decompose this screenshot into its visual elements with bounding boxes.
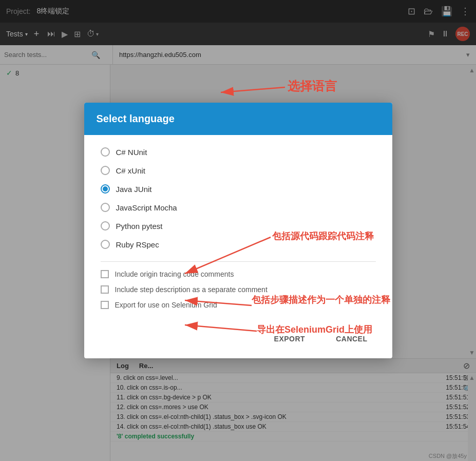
checkbox-box-step <box>101 285 109 294</box>
radio-csharp-nunit <box>101 147 110 157</box>
language-option-java-junit[interactable]: Java JUnit <box>101 184 376 194</box>
checkbox-group: Include origin tracing code comments Inc… <box>101 270 376 309</box>
checkbox-label-selenium: Export for use on Selenium Grid <box>115 301 217 309</box>
modal-body: C# NUnit C# xUnit Java JUnit Jav <box>84 135 392 309</box>
radio-csharp-xunit <box>101 166 110 175</box>
language-option-javascript-mocha[interactable]: JavaScript Mocha <box>101 203 376 212</box>
select-language-modal: Select language C# NUnit C# xUnit <box>84 103 392 358</box>
language-option-csharp-nunit[interactable]: C# NUnit <box>101 147 376 157</box>
modal-overlay: Select language C# NUnit C# xUnit <box>0 0 476 461</box>
radio-javascript-mocha <box>101 203 110 212</box>
language-label-csharp-xunit: C# xUnit <box>116 166 146 175</box>
export-button[interactable]: EXPORT <box>262 330 318 348</box>
checkbox-box-selenium <box>101 301 109 309</box>
modal-header: Select language <box>84 103 392 135</box>
language-option-csharp-xunit[interactable]: C# xUnit <box>101 166 376 175</box>
radio-python-pytest <box>101 221 110 230</box>
checkbox-label-step: Include step description as a separate c… <box>115 285 268 294</box>
radio-ruby-rspec <box>101 240 110 249</box>
language-option-ruby-rspec[interactable]: Ruby RSpec <box>101 240 376 249</box>
language-label-ruby-rspec: Ruby RSpec <box>116 240 159 249</box>
radio-java-junit <box>101 184 110 194</box>
checkbox-step-description[interactable]: Include step description as a separate c… <box>101 285 376 294</box>
language-label-java-junit: Java JUnit <box>116 185 152 194</box>
modal-divider <box>101 261 376 262</box>
cancel-button[interactable]: CANCEL <box>323 330 379 348</box>
radio-inner-java-junit <box>103 186 108 191</box>
checkbox-origin-tracing[interactable]: Include origin tracing code comments <box>101 270 376 278</box>
checkbox-box-origin <box>101 270 109 278</box>
modal-title: Select language <box>97 113 175 125</box>
language-label-javascript-mocha: JavaScript Mocha <box>116 203 177 212</box>
checkbox-selenium-grid[interactable]: Export for use on Selenium Grid <box>101 301 376 309</box>
language-radio-group: C# NUnit C# xUnit Java JUnit Jav <box>101 147 376 249</box>
checkbox-label-origin: Include origin tracing code comments <box>115 270 234 278</box>
modal-footer: EXPORT CANCEL <box>84 321 392 358</box>
language-label-csharp-nunit: C# NUnit <box>116 148 147 157</box>
language-option-python-pytest[interactable]: Python pytest <box>101 221 376 230</box>
language-label-python-pytest: Python pytest <box>116 222 163 230</box>
